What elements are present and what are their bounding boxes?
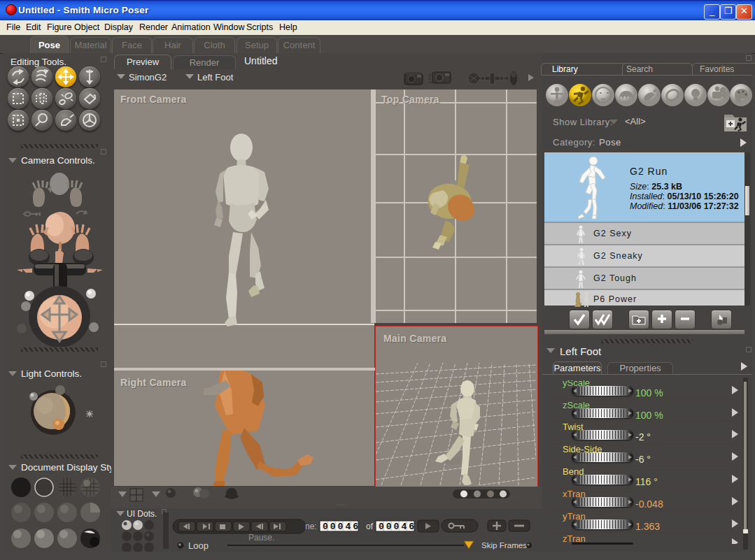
svg-text:00046: 00046 — [323, 522, 360, 532]
svg-text:of: of — [366, 522, 374, 531]
svg-text:Loop: Loop — [188, 540, 209, 551]
svg-text:00046: 00046 — [379, 522, 416, 532]
svg-text:Pause.: Pause. — [248, 533, 274, 543]
svg-text:ne:: ne: — [305, 522, 317, 531]
svg-text:Skip Frames: Skip Frames — [481, 540, 527, 550]
